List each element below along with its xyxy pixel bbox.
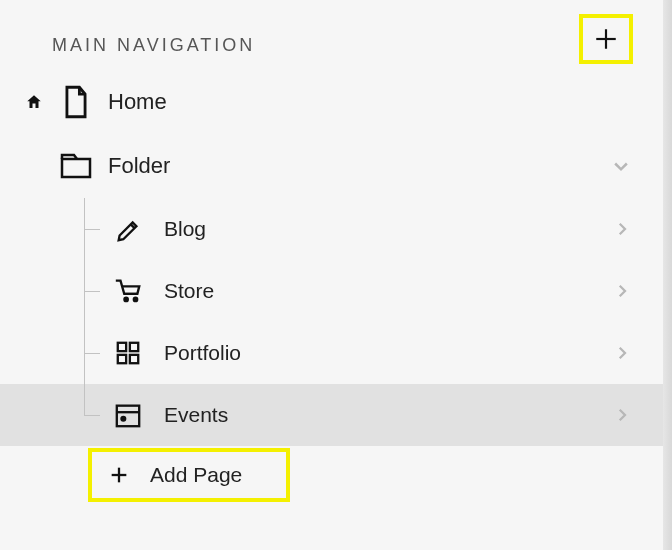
plus-icon (593, 26, 619, 52)
blog-icon (104, 215, 152, 243)
nav-item-home[interactable]: Home (0, 70, 663, 134)
chevron-right-icon (613, 220, 631, 238)
svg-rect-2 (62, 159, 90, 177)
plus-icon (108, 464, 130, 486)
nav-item-label: Folder (100, 153, 170, 179)
svg-rect-9 (117, 406, 139, 427)
section-title: MAIN NAVIGATION (52, 35, 255, 56)
nav-item-events[interactable]: Events (0, 384, 663, 446)
svg-point-4 (134, 298, 137, 301)
nav-item-folder[interactable]: Folder (0, 134, 663, 198)
svg-point-3 (124, 298, 127, 301)
page-icon (52, 85, 100, 119)
add-page-button[interactable]: Add Page (88, 448, 290, 502)
nav-item-blog[interactable]: Blog (0, 198, 663, 260)
svg-rect-5 (118, 343, 126, 351)
chevron-right-icon (613, 282, 631, 300)
nav-item-portfolio[interactable]: Portfolio (0, 322, 663, 384)
add-page-label: Add Page (130, 463, 242, 487)
chevron-right-icon (613, 406, 631, 424)
nav-item-store[interactable]: Store (0, 260, 663, 322)
nav-item-label: Events (152, 403, 228, 427)
panel-edge (663, 0, 672, 550)
chevron-down-icon[interactable] (611, 156, 631, 176)
calendar-icon (104, 401, 152, 429)
add-page-top-button[interactable] (579, 14, 633, 64)
folder-icon (52, 152, 100, 180)
nav-item-label: Store (152, 279, 214, 303)
svg-rect-8 (130, 355, 138, 363)
chevron-right-icon (613, 344, 631, 362)
nav-item-label: Portfolio (152, 341, 241, 365)
svg-rect-7 (118, 355, 126, 363)
nav-item-label: Home (100, 89, 167, 115)
cart-icon (104, 276, 152, 306)
nav-item-label: Blog (152, 217, 206, 241)
home-indicator-icon (16, 93, 52, 111)
grid-icon (104, 340, 152, 366)
svg-rect-6 (130, 343, 138, 351)
svg-point-11 (121, 417, 125, 421)
